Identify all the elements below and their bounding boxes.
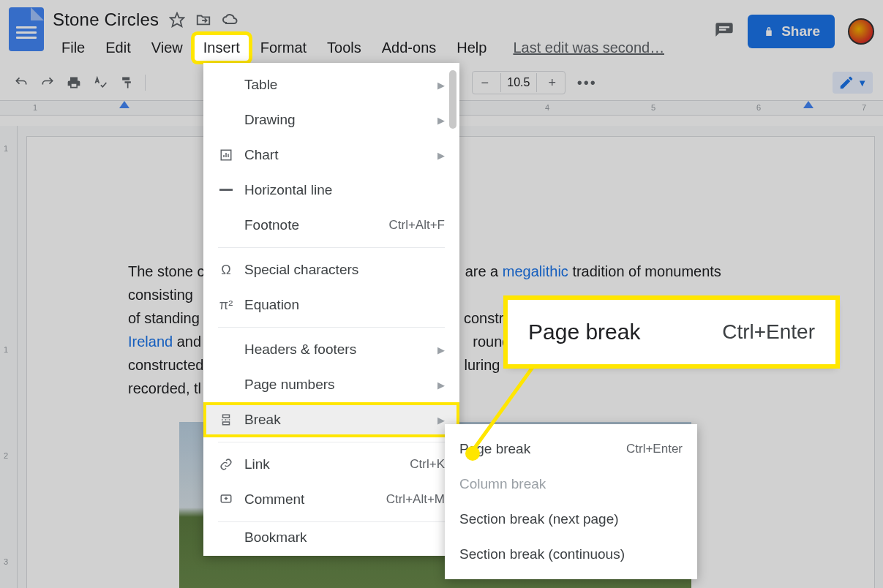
ruler-tick: 7	[862, 103, 866, 112]
comment-icon	[218, 493, 234, 506]
callout-shortcut: Ctrl+Enter	[722, 320, 815, 344]
move-folder-icon[interactable]	[195, 12, 211, 28]
star-icon[interactable]	[169, 12, 185, 28]
link-ireland[interactable]: Ireland	[128, 333, 173, 350]
menu-item-headers-footers[interactable]: Headers & footers▶	[203, 332, 459, 367]
menu-item-link[interactable]: LinkCtrl+K	[203, 447, 459, 482]
paint-format-button[interactable]	[116, 72, 138, 94]
docs-logo-icon[interactable]	[9, 7, 44, 51]
font-size-control: − 10.5 +	[472, 71, 566, 94]
menu-item-page-numbers[interactable]: Page numbers▶	[203, 367, 459, 402]
ruler-tick: 4	[545, 103, 549, 112]
chevron-right-icon: ▶	[437, 80, 445, 91]
svg-line-6	[471, 361, 537, 453]
pi-icon: π²	[218, 298, 234, 313]
horizontal-line-icon	[218, 189, 234, 192]
chevron-right-icon: ▶	[437, 150, 445, 161]
chevron-right-icon: ▶	[437, 380, 445, 391]
svg-marker-0	[170, 13, 184, 26]
submenu-section-break-next-page[interactable]: Section break (next page)	[445, 502, 697, 537]
page-break-icon	[218, 413, 234, 426]
font-size-increase[interactable]: +	[540, 72, 565, 94]
menu-item-drawing[interactable]: Drawing▶	[203, 102, 459, 137]
menu-item-comment[interactable]: CommentCtrl+Alt+M	[203, 482, 459, 517]
menu-file[interactable]: File	[53, 35, 94, 61]
app-header: Stone Circles File Edit View Insert Form…	[0, 0, 883, 61]
menu-format[interactable]: Format	[252, 35, 315, 61]
link-megalithic[interactable]: megalithic	[503, 263, 568, 279]
submenu-column-break: Column break	[445, 467, 697, 502]
svg-rect-1	[719, 26, 729, 28]
menubar: File Edit View Insert Format Tools Add-o…	[53, 35, 714, 61]
vruler-tick: 1	[4, 144, 8, 153]
callout-connector-line	[471, 361, 552, 456]
menu-item-special-characters[interactable]: ΩSpecial characters	[203, 252, 459, 287]
callout-label: Page break	[528, 320, 640, 344]
vertical-ruler[interactable]: 1 1 2 3	[0, 126, 18, 588]
left-indent-marker[interactable]	[119, 101, 129, 108]
svg-rect-4	[219, 189, 233, 191]
cloud-status-icon[interactable]	[222, 11, 239, 29]
font-size-decrease[interactable]: −	[473, 72, 497, 94]
menu-item-footnote[interactable]: FootnoteCtrl+Alt+F	[203, 208, 459, 243]
comment-history-icon[interactable]	[714, 21, 734, 42]
menu-item-chart[interactable]: Chart▶	[203, 137, 459, 173]
redo-button[interactable]	[37, 72, 59, 94]
font-size-value[interactable]: 10.5	[500, 73, 537, 92]
share-label: Share	[781, 23, 820, 39]
menu-tools[interactable]: Tools	[318, 35, 370, 61]
chevron-right-icon: ▶	[437, 344, 445, 355]
menu-item-horizontal-line[interactable]: Horizontal line	[203, 173, 459, 208]
chevron-right-icon: ▶	[437, 415, 445, 426]
link-icon	[218, 458, 234, 471]
share-button[interactable]: Share	[748, 15, 835, 48]
last-edit-link[interactable]: Last edit was second…	[513, 39, 664, 56]
right-indent-marker[interactable]	[803, 101, 814, 108]
insert-menu-dropdown: Table▶ Drawing▶ Chart▶ Horizontal line F…	[203, 63, 459, 556]
menu-addons[interactable]: Add-ons	[373, 35, 446, 61]
undo-button[interactable]	[10, 72, 32, 94]
ruler-tick: 5	[651, 103, 655, 112]
callout-dot-icon	[465, 446, 480, 461]
print-button[interactable]	[63, 72, 85, 94]
menu-help[interactable]: Help	[448, 35, 495, 61]
menu-view[interactable]: View	[143, 35, 192, 61]
menu-item-equation[interactable]: π²Equation	[203, 287, 459, 323]
vruler-tick: 3	[4, 557, 8, 566]
chevron-right-icon: ▶	[437, 115, 445, 126]
menu-item-table[interactable]: Table▶	[203, 67, 459, 102]
editing-mode-button[interactable]: ▼	[833, 72, 873, 94]
submenu-section-break-continuous[interactable]: Section break (continuous)	[445, 537, 697, 572]
vruler-tick: 2	[4, 451, 8, 460]
spellcheck-button[interactable]	[89, 72, 111, 94]
chart-icon	[218, 148, 234, 162]
document-title[interactable]: Stone Circles	[53, 10, 159, 30]
menu-item-break[interactable]: Break▶	[203, 402, 459, 437]
ruler-tick: 6	[756, 103, 761, 112]
callout-page-break: Page break Ctrl+Enter	[508, 300, 835, 364]
menu-insert[interactable]: Insert	[195, 35, 249, 61]
ruler-tick: 1	[33, 103, 37, 112]
vruler-tick: 1	[4, 345, 8, 354]
menu-edit[interactable]: Edit	[97, 35, 139, 61]
svg-rect-2	[719, 29, 726, 31]
omega-icon: Ω	[218, 263, 234, 278]
toolbar-more-button[interactable]: •••	[577, 75, 597, 91]
account-avatar[interactable]	[848, 18, 874, 45]
menu-item-bookmark[interactable]: Bookmark	[203, 527, 459, 549]
